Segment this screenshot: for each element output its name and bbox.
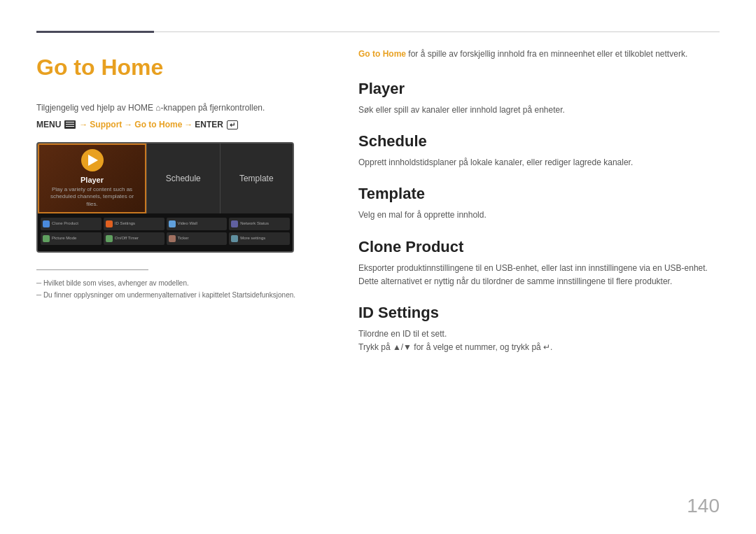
footnote-1: Hvilket bilde som vises, avhenger av mod… bbox=[36, 277, 330, 289]
section-schedule-title: Schedule bbox=[358, 132, 720, 150]
arrow-2: → bbox=[124, 120, 132, 129]
go-to-home-link: Go to Home bbox=[134, 120, 182, 129]
clone-product-line-0: Eksporter produktinnstillingene til en U… bbox=[358, 262, 720, 275]
enter-icon: ↵ bbox=[227, 120, 238, 129]
section-clone-product-title: Clone Product bbox=[358, 238, 720, 256]
section-id-settings-body-1: Tilordne en ID til et sett. bbox=[358, 328, 720, 341]
section-template-body: Velg en mal for å opprette innhold. bbox=[358, 209, 720, 222]
tv-player-cell: Player Play a variety of content such as… bbox=[38, 143, 146, 213]
arrow-1: → bbox=[79, 120, 88, 129]
menu-path: MENU → Support → Go to Home → ENTER ↵ bbox=[36, 120, 330, 129]
video-wall-text: Video Wall bbox=[178, 221, 197, 226]
section-player: Player Søk eller spill av kanaler eller … bbox=[358, 80, 720, 117]
tv-screen-mockup: Player Play a variety of content such as… bbox=[36, 142, 294, 253]
tv-menu-bar: Player Play a variety of content such as… bbox=[38, 143, 293, 213]
tv-icon-row-1: Clone Product ID Settings Video Wall Net… bbox=[41, 218, 290, 230]
footnote-2: Du finner opplysninger om undermenyalter… bbox=[36, 289, 330, 301]
right-intro-line: Go to Home for å spille av forskjellig i… bbox=[358, 48, 720, 60]
on-off-timer-icon bbox=[106, 235, 113, 242]
section-id-settings-body-2: Trykk på ▲/▼ for å velge et nummer, og t… bbox=[358, 341, 720, 354]
tv-schedule-cell: Schedule bbox=[146, 143, 220, 213]
tv-player-sublabel: Play a variety of content such as schedu… bbox=[46, 186, 138, 208]
section-player-title: Player bbox=[358, 80, 720, 98]
section-clone-product: Clone Product Eksporter produktinnstilli… bbox=[358, 238, 720, 288]
tv-icon-on-off-timer: On/Off Timer bbox=[104, 232, 164, 245]
top-line-dark bbox=[36, 31, 154, 33]
enter-label: ENTER bbox=[195, 120, 223, 129]
footnote-divider bbox=[36, 269, 148, 270]
network-status-text: Network Status bbox=[240, 221, 269, 226]
more-settings-icon bbox=[231, 235, 238, 242]
tv-player-label: Player bbox=[80, 176, 104, 184]
id-settings-text: ID Settings bbox=[115, 221, 135, 226]
tv-icon-more-settings: More settings bbox=[229, 232, 290, 245]
menu-icon bbox=[64, 120, 76, 129]
section-player-body: Søk eller spill av kanaler eller innhold… bbox=[358, 104, 720, 117]
section-id-settings-title: ID Settings bbox=[358, 304, 720, 322]
right-column: Go to Home for å spille av forskjellig i… bbox=[358, 48, 720, 370]
tv-icon-video-wall: Video Wall bbox=[167, 218, 227, 230]
page-number: 140 bbox=[687, 495, 720, 517]
clone-product-text: Clone Product bbox=[52, 221, 78, 226]
clone-product-icon bbox=[43, 220, 50, 227]
tv-icon-clone-product: Clone Product bbox=[41, 218, 102, 230]
tv-template-cell: Template bbox=[220, 143, 293, 213]
page-title: Go to Home bbox=[36, 55, 330, 80]
section-template: Template Velg en mal for å opprette innh… bbox=[358, 185, 720, 222]
on-off-timer-text: On/Off Timer bbox=[115, 236, 139, 241]
ticker-icon bbox=[169, 235, 176, 242]
more-settings-text: More settings bbox=[240, 236, 265, 241]
tv-schedule-label: Schedule bbox=[166, 174, 201, 183]
tv-icon-ticker: Ticker bbox=[167, 232, 227, 245]
id-settings-icon bbox=[106, 220, 113, 227]
top-decorative-lines bbox=[36, 31, 720, 33]
tv-icon-id-settings: ID Settings bbox=[104, 218, 164, 230]
tv-template-label: Template bbox=[239, 174, 274, 183]
tv-icon-picture-mode: Picture Mode bbox=[41, 232, 102, 245]
section-schedule: Schedule Opprett innholdstidsplaner på l… bbox=[358, 132, 720, 169]
page-container: Go to Home Tilgjengelig ved hjelp av HOM… bbox=[0, 0, 756, 534]
section-schedule-body: Opprett innholdstidsplaner på lokale kan… bbox=[358, 156, 720, 169]
footnote-section: Hvilket bilde som vises, avhenger av mod… bbox=[36, 277, 330, 301]
tv-icon-network-status: Network Status bbox=[229, 218, 290, 230]
support-link: Support bbox=[90, 120, 122, 129]
clone-product-line-1: Dette alternativet er nyttig når du tilo… bbox=[358, 275, 720, 288]
top-line-light bbox=[154, 31, 720, 32]
ticker-text: Ticker bbox=[178, 236, 189, 241]
tv-play-icon bbox=[81, 149, 104, 171]
menu-label: MENU bbox=[36, 120, 61, 129]
right-intro-rest: for å spille av forskjellig innhold fra … bbox=[406, 49, 687, 59]
section-template-title: Template bbox=[358, 185, 720, 203]
picture-mode-icon bbox=[43, 235, 50, 242]
tv-icon-row-2: Picture Mode On/Off Timer Ticker More se… bbox=[41, 232, 290, 245]
left-column: Go to Home Tilgjengelig ved hjelp av HOM… bbox=[36, 48, 330, 301]
section-id-settings: ID Settings Tilordne en ID til et sett. … bbox=[358, 304, 720, 354]
intro-text: Tilgjengelig ved hjelp av HOME ⌂-knappen… bbox=[36, 101, 330, 114]
picture-mode-text: Picture Mode bbox=[52, 236, 76, 241]
section-clone-product-body: Eksporter produktinnstillingene til en U… bbox=[358, 262, 720, 288]
arrow-3: → bbox=[184, 120, 192, 129]
tv-icon-grid: Clone Product ID Settings Video Wall Net… bbox=[38, 213, 293, 251]
right-intro-highlight: Go to Home bbox=[358, 49, 406, 59]
video-wall-icon bbox=[169, 220, 176, 227]
network-status-icon bbox=[231, 220, 238, 227]
